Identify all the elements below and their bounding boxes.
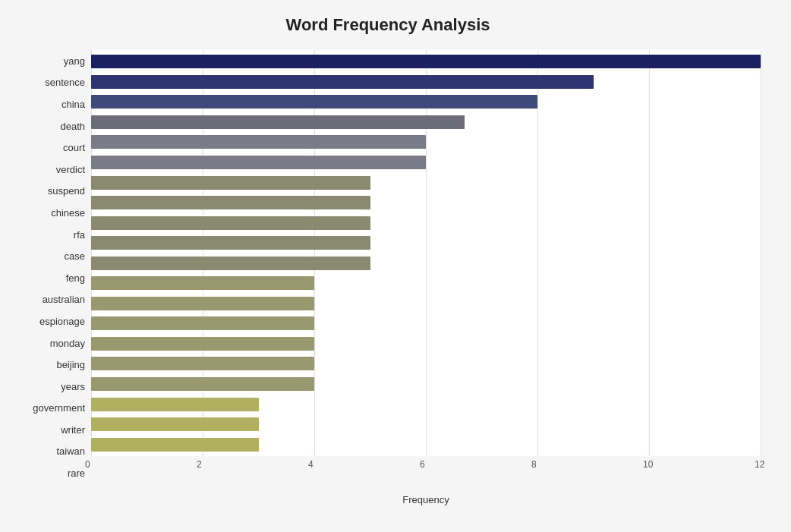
bar: [91, 95, 537, 109]
y-label: rare: [15, 464, 91, 483]
bar-row: [91, 74, 761, 90]
y-label: court: [15, 138, 91, 158]
y-label: yang: [15, 51, 91, 71]
bar-row: [91, 154, 761, 171]
x-tick: 12: [755, 459, 764, 470]
y-label: monday: [15, 333, 91, 353]
bar-row: [91, 93, 761, 110]
bar: [91, 135, 426, 149]
x-tick: 8: [531, 459, 537, 470]
grid-and-bars: [91, 50, 761, 456]
bar-row: [91, 235, 761, 251]
bar: [91, 398, 259, 411]
bar: [91, 196, 370, 209]
bar: [91, 115, 465, 129]
y-label: feng: [15, 268, 91, 288]
bar: [91, 357, 314, 370]
y-label: years: [15, 376, 91, 396]
bar-row: [91, 295, 761, 312]
bar: [91, 297, 314, 310]
bar-row: [91, 335, 761, 352]
x-tick: 6: [420, 459, 425, 470]
bar-row: [91, 53, 761, 70]
bar-row: [91, 416, 761, 433]
bar: [91, 377, 314, 391]
bar: [91, 156, 426, 169]
bar: [91, 417, 259, 431]
chart-title: Word Frequency Analysis: [15, 15, 761, 35]
bar-row: [91, 315, 761, 332]
chart-area: yangsentencechinadeathcourtverdictsuspen…: [15, 50, 761, 505]
y-label: rfa: [15, 225, 91, 244]
bar: [91, 257, 370, 270]
y-label: suspend: [15, 181, 91, 201]
y-label: sentence: [15, 73, 91, 93]
bar-row: [91, 275, 761, 291]
bar-row: [91, 396, 761, 413]
y-label: beijing: [15, 355, 91, 375]
bar-row: [91, 175, 761, 191]
x-tick: 4: [308, 459, 314, 470]
x-axis-label: Frequency: [91, 494, 761, 505]
bar: [91, 236, 370, 250]
bar: [91, 75, 594, 89]
bar: [91, 216, 370, 230]
bars-container: [91, 50, 761, 456]
bar-row: [91, 436, 761, 453]
y-label: china: [15, 94, 91, 114]
y-label: government: [15, 398, 91, 418]
y-label: taiwan: [15, 442, 91, 461]
y-label: espionage: [15, 311, 91, 331]
bar-row: [91, 355, 761, 372]
x-tick: 2: [197, 459, 202, 470]
y-label: verdict: [15, 159, 91, 179]
bar: [91, 176, 370, 190]
x-tick: 10: [643, 459, 653, 470]
grid-line: [761, 50, 761, 456]
bar: [91, 337, 314, 351]
plot-area: 024681012 Frequency: [91, 50, 761, 505]
y-label: australian: [15, 290, 91, 310]
bar-row: [91, 194, 761, 211]
y-label: case: [15, 247, 91, 266]
chart-container: Word Frequency Analysis yangsentencechin…: [0, 0, 791, 532]
x-tick: 0: [85, 459, 90, 470]
bar: [91, 316, 314, 330]
bar-row: [91, 255, 761, 272]
bar: [91, 276, 314, 290]
bar: [91, 438, 259, 452]
bar-row: [91, 376, 761, 392]
bar: [91, 55, 761, 68]
bar-row: [91, 114, 761, 131]
bar-row: [91, 215, 761, 231]
y-axis: yangsentencechinadeathcourtverdictsuspen…: [15, 50, 91, 505]
x-axis-ticks: 024681012: [91, 456, 761, 477]
y-label: writer: [15, 420, 91, 439]
y-label: chinese: [15, 203, 91, 222]
bar-row: [91, 134, 761, 150]
y-label: death: [15, 116, 91, 136]
